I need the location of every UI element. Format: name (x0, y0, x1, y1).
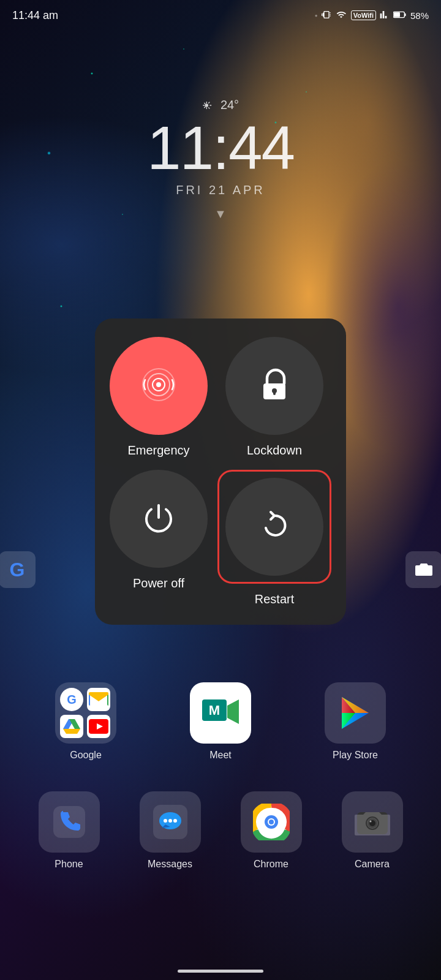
battery-icon (393, 10, 407, 21)
lockdown-label: Lockdown (247, 443, 302, 458)
wifi-icon (335, 10, 347, 21)
status-time: 11:44 am (12, 9, 58, 22)
power-menu-overlay: Emergency Lockdown (0, 0, 441, 980)
lockdown-button[interactable]: Lockdown (217, 337, 331, 458)
restart-button[interactable]: Restart (217, 470, 331, 606)
vibrate-icon (322, 9, 331, 22)
restart-highlight (217, 470, 331, 584)
vowifi-badge: VoWifi (351, 10, 376, 20)
emergency-circle[interactable] (110, 337, 208, 435)
svg-rect-1 (405, 13, 406, 16)
signal-icon (380, 9, 390, 22)
dot-icon: ● (315, 13, 318, 18)
restart-circle[interactable] (225, 478, 323, 576)
lock-icon (258, 368, 290, 404)
emergency-button[interactable]: Emergency (110, 337, 208, 458)
emergency-label: Emergency (127, 443, 189, 458)
svg-rect-10 (273, 391, 276, 395)
emergency-icon (140, 366, 177, 405)
lockdown-circle[interactable] (225, 337, 323, 435)
status-icons: ● VoWifi 58% (315, 9, 429, 22)
power-off-icon (143, 502, 175, 536)
status-bar: 11:44 am ● VoWifi 58% (0, 0, 441, 31)
restart-label: Restart (255, 592, 294, 606)
battery-percent: 58% (410, 10, 429, 21)
power-menu: Emergency Lockdown (95, 318, 346, 625)
svg-point-7 (156, 382, 161, 387)
svg-rect-2 (394, 12, 400, 17)
restart-icon (258, 510, 290, 544)
power-off-label: Power off (133, 576, 184, 590)
power-off-button[interactable]: Power off (110, 470, 208, 606)
home-indicator[interactable] (178, 970, 263, 973)
poweroff-circle[interactable] (110, 470, 208, 568)
